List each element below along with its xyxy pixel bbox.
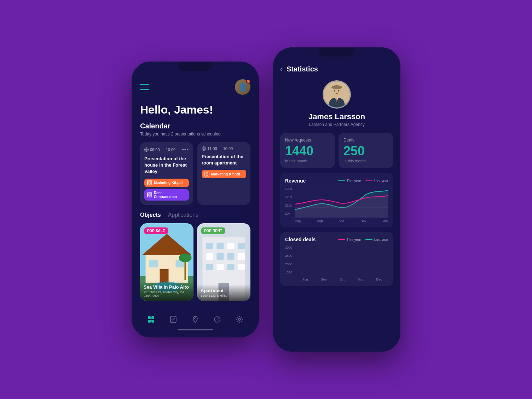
phones-container: 👤 Hello, James! Calendar Today you have … [132,47,400,352]
svg-rect-3 [149,181,151,184]
bar-x-oct: Oct [340,278,345,281]
avatar-container[interactable]: 👤 [235,79,250,95]
calendar-section: Calendar Today you have 2 presentations … [140,122,250,142]
svg-rect-29 [206,253,213,260]
bar-y-labels: 3000 2500 2000 1500 [285,246,292,274]
agent-avatar [323,80,351,109]
y-label-30k: $30k [285,187,292,191]
svg-rect-30 [217,253,224,260]
chart-legend: This year Last year [338,179,388,183]
y-label-20k: $20k [285,195,292,199]
right-screen: ‹ Statistics [273,47,400,352]
left-phone: 👤 Hello, James! Calendar Today you have … [132,62,259,337]
file-badge-marketing-2[interactable]: Marketing Kit.pdf [202,170,246,178]
hamburger-line-3 [140,89,149,90]
property-name-1: Sea Villa in Palo Alto [144,284,190,290]
file-3-name: Marketing Kit.pdf [211,172,240,176]
closed-legend-this-year: This year [338,238,361,242]
x-label-dec: Dec [383,219,388,222]
event-2-files: Marketing Kit.pdf [202,170,246,178]
svg-rect-38 [148,316,151,319]
event-2-header: 11:00 — 10:00 [202,146,246,151]
property-badge-rent: FOR RENT [201,227,225,234]
closed-deals-card: Closed deals This year Last year [280,232,393,286]
event-1-files: Marketing Kit.pdf Rent Contract.docx [144,179,189,201]
page-title: Statistics [287,65,318,73]
pdf-icon [147,180,152,185]
bar-y-3000: 3000 [285,246,292,249]
left-screen: 👤 Hello, James! Calendar Today you have … [132,62,259,337]
bar-x-nov: Nov [358,278,363,281]
legend-this-year-label: This year [347,179,361,183]
closed-deals-header: Closed deals This year Last year [285,237,388,242]
closed-deals-legend: This year Last year [338,238,388,242]
svg-rect-34 [217,264,224,270]
chart-title: Revenue [285,178,306,184]
nav-analytics[interactable] [213,315,222,324]
hamburger-icon[interactable] [140,84,149,90]
bottom-navigation [140,309,250,327]
bar-y-2500: 2500 [285,254,292,258]
calendar-event-2[interactable]: 11:00 — 10:00 Presentation of the room a… [197,142,250,205]
calendar-subtitle: Today you have 2 presentations scheduled… [140,132,250,137]
file-badge-contract[interactable]: Rent Contract.docx [144,189,189,201]
svg-rect-42 [170,316,176,323]
nav-tasks[interactable] [169,315,178,324]
svg-point-43 [195,318,196,319]
docx-icon [147,192,152,197]
event-1-options[interactable]: ••• [182,146,189,153]
event-1-time: 09:00 — 10:00 [144,148,175,152]
calendar-event-1[interactable]: 09:00 — 10:00 ••• Presentation of the ho… [140,142,193,205]
back-button[interactable]: ‹ [280,65,282,73]
x-label-sep: Sep [317,219,323,222]
agent-profile: James Larsson Larsson and Partners Agenc… [280,80,393,127]
tab-applications[interactable]: Applications [168,212,198,218]
svg-rect-33 [206,264,213,270]
property-info-1: Sea Villa in Palo Alto 251 Duck Ct, Fost… [140,281,193,301]
chart-header: Revenue This year Last year [285,178,388,184]
file-badge-marketing[interactable]: Marketing Kit.pdf [144,179,189,187]
svg-rect-31 [227,253,235,260]
tab-objects[interactable]: Objects [140,212,161,218]
nav-location[interactable] [191,315,200,324]
event-2-time-text: 11:00 — 10:00 [207,146,233,151]
property-card-1[interactable]: FOR SALE Sea Villa in Palo Alto 251 Duck… [140,223,193,301]
stat-sublabel-requests: In this month [285,159,330,163]
nav-home[interactable] [146,315,156,324]
y-label-10k: $10k [285,204,292,207]
file-1-name: Marketing Kit.pdf [154,181,183,185]
svg-rect-18 [149,260,158,267]
stat-card-deals: Deals 250 In this month [339,133,393,168]
property-card-2[interactable]: FOR RENT Apartment 1149-1123 E Hillsd [197,223,250,301]
stat-card-requests: New requests 1440 In this month [280,133,335,168]
file-2-name: Rent Contract.docx [154,191,186,199]
nav-settings[interactable] [235,315,244,324]
svg-rect-41 [151,320,154,323]
notification-dot [246,79,250,83]
pdf-icon-2 [204,172,209,177]
event-2-title: Presentation of the room apartment [202,154,246,166]
property-name-2: Apartment [201,288,247,293]
event-2-time: 11:00 — 10:00 [202,146,233,151]
y-label-0k: $0k [285,212,292,215]
revenue-svg [295,187,388,218]
closed-deals-title: Closed deals [285,237,316,242]
phone-notch-right [319,47,354,57]
stat-value-requests: 1440 [285,145,330,157]
revenue-chart-area: $30k $20k $10k $0k [285,187,388,222]
right-phone: ‹ Statistics [273,47,400,352]
home-indicator [178,329,213,330]
greeting-text: Hello, James! [140,103,250,116]
agent-name: James Larsson [308,112,365,121]
svg-rect-28 [238,243,245,249]
bar-x-dec: Dec [376,278,382,281]
legend-last-year-label: Last year [374,179,388,183]
calendar-heading: Calendar [140,122,250,130]
svg-rect-35 [227,264,235,270]
clock-icon-1 [144,148,149,152]
stat-value-deals: 250 [343,145,388,157]
bar-x-aug: Aug [302,278,308,281]
svg-rect-39 [151,316,154,319]
stat-label-deals: Deals [343,138,388,143]
svg-rect-26 [217,243,224,249]
